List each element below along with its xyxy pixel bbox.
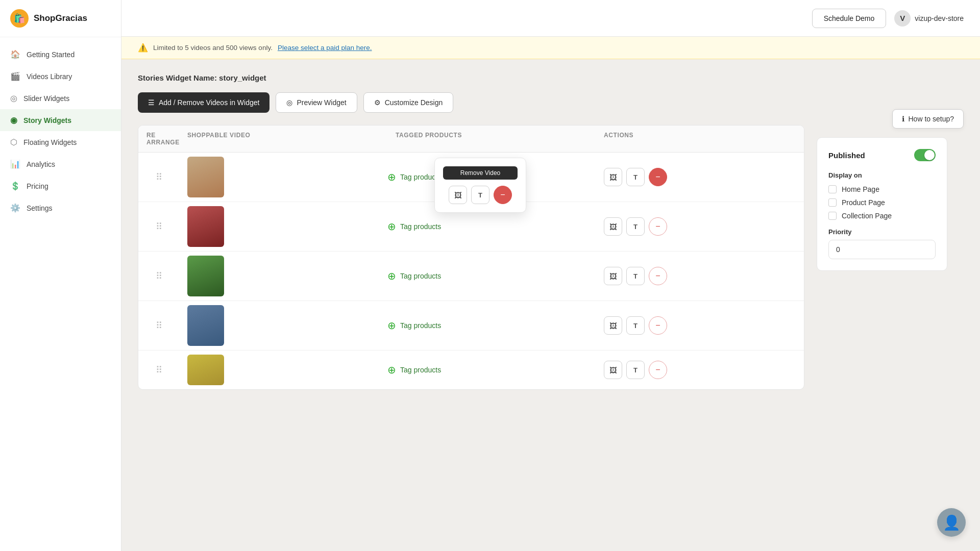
sidebar-label-slider-widgets: Slider Widgets [23, 94, 69, 103]
video-thumb-5 [187, 355, 224, 385]
remove-video-btn-5[interactable]: − [649, 361, 667, 379]
checkbox-collection-page-box[interactable] [828, 212, 837, 220]
tag-plus-icon-5: ⊕ [387, 364, 396, 376]
tooltip-text-btn[interactable]: T [471, 186, 489, 204]
table-header: REARRANGE SHOPPABLE VIDEO TAGGED PRODUCT… [138, 126, 804, 153]
checkbox-home-page-box[interactable] [828, 185, 837, 193]
how-to-setup-button[interactable]: ℹ How to setup? [892, 109, 964, 129]
text-action-btn-5[interactable]: T [626, 361, 645, 379]
drag-handle-4[interactable]: ⠿ [138, 320, 179, 331]
checkbox-product-page[interactable]: Product Page [828, 198, 936, 207]
video-cell-3 [179, 252, 387, 300]
published-label: Published [828, 151, 865, 160]
widget-name-prefix: Stories Widget Name: [138, 73, 217, 82]
actions-cell-2: 🖼 T − [596, 217, 804, 236]
schedule-demo-button[interactable]: Schedule Demo [812, 9, 887, 28]
checkbox-collection-page[interactable]: Collection Page [828, 212, 936, 220]
support-avatar[interactable]: 👤 [937, 508, 966, 537]
video-thumb-1 [187, 157, 224, 197]
remove-video-btn-3[interactable]: − [649, 267, 667, 285]
remove-video-btn-2[interactable]: − [649, 217, 667, 236]
sidebar-item-analytics[interactable]: 📊 Analytics [0, 153, 121, 175]
sidebar-item-pricing[interactable]: 💲 Pricing [0, 175, 121, 197]
warning-icon: ⚠️ [138, 43, 148, 53]
video-icon: 🎬 [10, 71, 20, 81]
drag-handle-2[interactable]: ⠿ [138, 221, 179, 232]
add-icon: ☰ [148, 98, 155, 107]
remove-video-tooltip: Remove Video 🖼 T − [434, 158, 526, 213]
add-remove-videos-button[interactable]: ☰ Add / Remove Videos in Widget [138, 92, 270, 113]
image-action-btn-3[interactable]: 🖼 [604, 267, 622, 285]
tag-products-2[interactable]: ⊕ Tag products [387, 220, 596, 233]
table-container: REARRANGE SHOPPABLE VIDEO TAGGED PRODUCT… [138, 125, 804, 390]
right-panel: Published Display on Home Page [804, 125, 947, 271]
image-action-btn-2[interactable]: 🖼 [604, 217, 622, 236]
table-row: ⠿ ⊕ Tag products 🖼 T − [138, 252, 804, 301]
slider-icon: ◎ [10, 93, 17, 103]
text-action-btn-1[interactable]: T [626, 168, 645, 186]
settings-icon: ⚙️ [10, 203, 20, 213]
text-action-btn-2[interactable]: T [626, 217, 645, 236]
tag-products-5[interactable]: ⊕ Tag products [387, 364, 596, 376]
drag-handle-3[interactable]: ⠿ [138, 270, 179, 282]
tag-products-3[interactable]: ⊕ Tag products [387, 270, 596, 282]
sidebar: 🛍️ ShopGracias 🏠 Getting Started 🎬 Video… [0, 0, 121, 551]
table-row: ⠿ ⊕ Tag products 🖼 [138, 153, 804, 202]
toggle-knob [924, 150, 935, 160]
tag-plus-icon-3: ⊕ [387, 270, 396, 282]
video-cell-2 [179, 202, 387, 251]
sidebar-item-slider-widgets[interactable]: ◎ Slider Widgets [0, 87, 121, 109]
video-thumb-2 [187, 206, 224, 247]
video-thumb-4 [187, 305, 224, 346]
sidebar-item-floating-widgets[interactable]: ⬡ Floating Widgets [0, 131, 121, 153]
priority-input[interactable]: 0 [828, 240, 936, 259]
customize-design-button[interactable]: ⚙ Customize Design [363, 92, 454, 113]
drag-handle-5[interactable]: ⠿ [138, 364, 179, 375]
image-action-btn-5[interactable]: 🖼 [604, 361, 622, 379]
sidebar-label-story-widgets: Story Widgets [23, 116, 71, 124]
sidebar-item-getting-started[interactable]: 🏠 Getting Started [0, 43, 121, 65]
video-cell-4 [179, 301, 387, 350]
analytics-icon: 📊 [10, 159, 20, 169]
tooltip-remove-btn[interactable]: − [494, 186, 512, 204]
video-cell-1 [179, 153, 387, 202]
actions-cell-4: 🖼 T − [596, 316, 804, 335]
remove-video-btn-4[interactable]: − [649, 316, 667, 335]
actions-cell-1: 🖼 T − [596, 168, 804, 186]
topbar: Schedule Demo V vizup-dev-store [121, 0, 980, 37]
video-cell-5 [179, 350, 387, 389]
widget-name-row: Stories Widget Name: story_widget [138, 73, 964, 82]
th-shoppable: SHOPPABLE VIDEO [179, 132, 387, 146]
image-action-btn-4[interactable]: 🖼 [604, 316, 622, 335]
text-action-btn-3[interactable]: T [626, 267, 645, 285]
text-action-btn-4[interactable]: T [626, 316, 645, 335]
widget-area: Stories Widget Name: story_widget ☰ Add … [121, 59, 980, 390]
published-toggle[interactable] [914, 149, 936, 161]
sidebar-label-analytics: Analytics [27, 160, 55, 168]
tooltip-label: Remove Video [443, 166, 518, 180]
checkbox-home-page[interactable]: Home Page [828, 185, 936, 193]
remove-video-btn-1[interactable]: − [649, 168, 667, 186]
content-row: REARRANGE SHOPPABLE VIDEO TAGGED PRODUCT… [138, 125, 964, 390]
widget-name-value: story_widget [219, 73, 266, 82]
image-action-btn-1[interactable]: 🖼 [604, 168, 622, 186]
story-icon: ◉ [10, 115, 17, 125]
video-thumb-3 [187, 256, 224, 296]
sidebar-item-videos-library[interactable]: 🎬 Videos Library [0, 65, 121, 87]
sidebar-logo[interactable]: 🛍️ ShopGracias [0, 0, 121, 37]
preview-widget-button[interactable]: ◎ Preview Widget [276, 92, 357, 113]
tag-products-4[interactable]: ⊕ Tag products [387, 319, 596, 332]
tooltip-image-btn[interactable]: 🖼 [449, 186, 467, 204]
sidebar-item-story-widgets[interactable]: ◉ Story Widgets [0, 109, 121, 131]
home-icon: 🏠 [10, 49, 20, 59]
checkbox-product-page-box[interactable] [828, 198, 837, 207]
priority-label: Priority [828, 228, 936, 236]
sidebar-item-settings[interactable]: ⚙️ Settings [0, 197, 121, 219]
customize-icon: ⚙ [374, 98, 381, 107]
banner-link[interactable]: Please select a paid plan here. [278, 44, 372, 52]
floating-icon: ⬡ [10, 137, 17, 147]
checkbox-collection-page-label: Collection Page [842, 212, 892, 220]
settings-card: Published Display on Home Page [817, 137, 947, 271]
main-content: Schedule Demo V vizup-dev-store ⚠️ Limit… [121, 0, 980, 551]
drag-handle-1[interactable]: ⠿ [138, 171, 179, 183]
